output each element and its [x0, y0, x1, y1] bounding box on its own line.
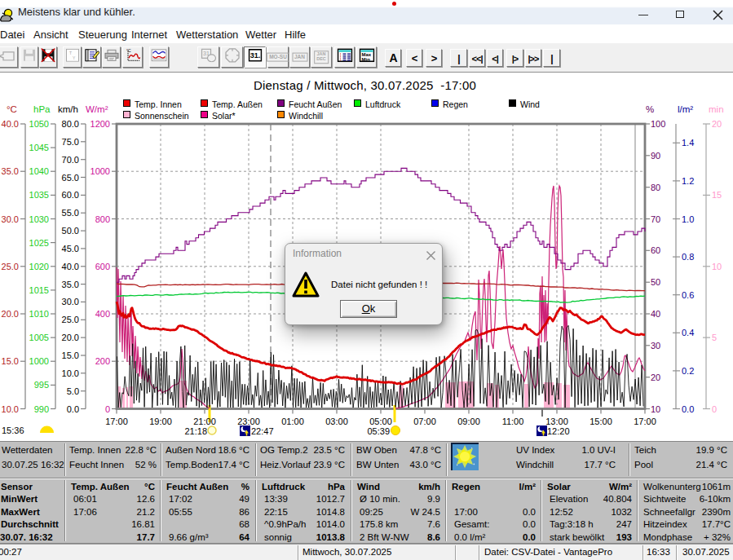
svg-text:50: 50	[651, 277, 660, 287]
svg-text:11:00: 11:00	[502, 417, 524, 426]
svg-text:30.0: 30.0	[62, 297, 79, 306]
svg-text:1025: 1025	[29, 238, 49, 248]
svg-text:10: 10	[651, 404, 660, 414]
svg-text:25.0: 25.0	[2, 262, 19, 271]
svg-text:1000: 1000	[29, 356, 49, 366]
svg-text:1020: 1020	[29, 262, 49, 271]
svg-text:15: 15	[712, 190, 722, 200]
svg-text:05:00: 05:00	[369, 417, 392, 426]
svg-text:07:00: 07:00	[413, 417, 436, 426]
svg-text:55.0: 55.0	[62, 208, 79, 218]
svg-text:1.2: 1.2	[682, 176, 694, 186]
svg-text:100: 100	[651, 119, 665, 129]
svg-text:20: 20	[651, 373, 660, 382]
svg-text:09:00: 09:00	[457, 417, 480, 426]
svg-text:0.0: 0.0	[682, 404, 694, 414]
svg-text:40.0: 40.0	[62, 262, 79, 271]
svg-text:5: 5	[712, 333, 717, 342]
svg-text:990: 990	[34, 404, 49, 414]
svg-text:20.0: 20.0	[62, 333, 79, 342]
svg-text:15:36: 15:36	[2, 426, 24, 435]
svg-text:20.0: 20.0	[2, 309, 19, 319]
svg-text:23:00: 23:00	[237, 417, 260, 426]
svg-text:60.0: 60.0	[62, 190, 79, 200]
svg-text:0.2: 0.2	[682, 366, 694, 376]
svg-text:1000: 1000	[91, 166, 110, 176]
svg-text:17:00: 17:00	[105, 417, 128, 426]
svg-text:05:39: 05:39	[367, 426, 390, 436]
svg-text:1045: 1045	[29, 143, 49, 152]
svg-text:70: 70	[651, 214, 660, 224]
svg-text:19:00: 19:00	[149, 417, 172, 426]
svg-text:01:00: 01:00	[281, 417, 304, 426]
svg-text:1015: 1015	[29, 285, 49, 295]
svg-text:1005: 1005	[29, 333, 49, 342]
svg-text:40: 40	[651, 309, 660, 319]
svg-text:15:00: 15:00	[589, 417, 612, 426]
svg-text:0.4: 0.4	[682, 328, 694, 337]
svg-text:1050: 1050	[29, 119, 49, 129]
svg-text:600: 600	[95, 262, 110, 271]
svg-text:15.0: 15.0	[2, 356, 19, 366]
svg-text:03:00: 03:00	[325, 417, 348, 426]
svg-text:10: 10	[712, 262, 722, 271]
svg-text:0.0: 0.0	[67, 404, 79, 414]
svg-text:15.0: 15.0	[62, 351, 79, 360]
svg-text:40.0: 40.0	[2, 119, 19, 129]
svg-text:35.0: 35.0	[2, 166, 19, 176]
svg-text:17:00: 17:00	[634, 417, 656, 426]
svg-text:0: 0	[712, 404, 717, 414]
svg-text:5.0: 5.0	[67, 386, 79, 396]
svg-text:20: 20	[712, 119, 722, 129]
svg-text:1040: 1040	[29, 166, 49, 176]
svg-text:60: 60	[651, 245, 660, 255]
svg-text:1035: 1035	[29, 190, 49, 200]
svg-text:1010: 1010	[29, 309, 49, 319]
svg-text:30: 30	[651, 341, 660, 351]
svg-text:80.0: 80.0	[62, 119, 79, 129]
svg-text:90: 90	[651, 151, 660, 161]
svg-text:35.0: 35.0	[62, 280, 79, 289]
svg-text:200: 200	[95, 356, 110, 366]
svg-text:70.0: 70.0	[62, 155, 79, 165]
svg-text:75.0: 75.0	[62, 137, 79, 147]
svg-text:400: 400	[95, 309, 110, 319]
svg-text:80: 80	[651, 183, 660, 192]
svg-text:1200: 1200	[91, 119, 110, 129]
svg-text:1.4: 1.4	[682, 138, 694, 148]
svg-text:30.0: 30.0	[2, 214, 19, 224]
svg-text:0.6: 0.6	[682, 290, 694, 300]
svg-text:800: 800	[95, 214, 110, 224]
svg-text:0: 0	[105, 404, 110, 414]
svg-text:0.8: 0.8	[682, 252, 694, 262]
svg-text:65.0: 65.0	[62, 173, 79, 183]
svg-text:21:18: 21:18	[184, 426, 207, 436]
svg-text:1.0: 1.0	[682, 214, 694, 224]
svg-text:10.0: 10.0	[62, 368, 79, 378]
svg-text:1030: 1030	[29, 214, 49, 224]
svg-text:10.0: 10.0	[2, 404, 19, 414]
svg-text:12:20: 12:20	[547, 426, 570, 436]
svg-text:21:00: 21:00	[193, 417, 216, 426]
svg-text:25.0: 25.0	[62, 315, 79, 324]
svg-text:22:47: 22:47	[251, 426, 274, 436]
svg-text:45.0: 45.0	[62, 244, 79, 254]
svg-text:50.0: 50.0	[62, 226, 79, 236]
svg-text:995: 995	[34, 380, 49, 390]
svg-text:13:00: 13:00	[545, 417, 568, 426]
